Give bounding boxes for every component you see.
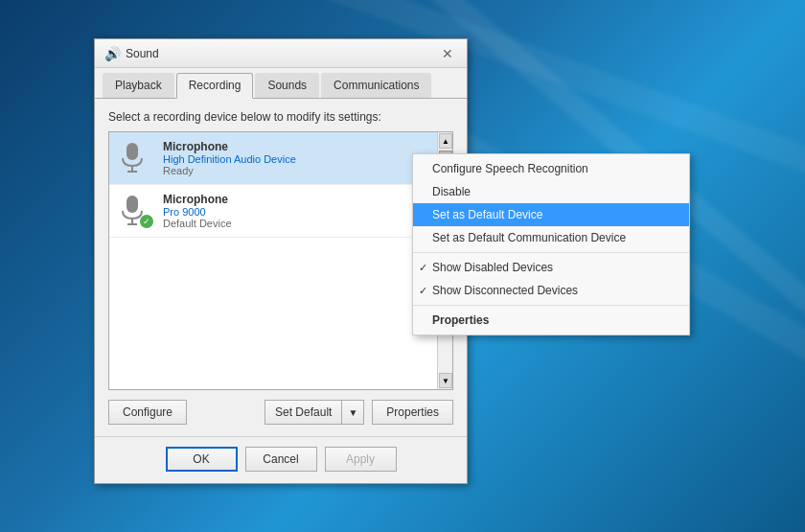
device-icon-0: [119, 141, 153, 175]
ctx-set-default[interactable]: Set as Default Device: [413, 203, 689, 226]
set-default-dropdown[interactable]: ▼: [341, 400, 364, 425]
device-info-0: Microphone High Definition Audio Device …: [163, 140, 427, 176]
tab-sounds[interactable]: Sounds: [255, 73, 319, 98]
set-default-button[interactable]: Set Default: [264, 400, 341, 425]
properties-button[interactable]: Properties: [372, 400, 453, 425]
device-status-0: Ready: [163, 165, 427, 176]
device-info-1: Microphone Pro 9000 Default Device: [163, 193, 427, 229]
ctx-show-disconnected[interactable]: ✓ Show Disconnected Devices: [413, 279, 689, 302]
device-name-1: Microphone: [163, 193, 427, 206]
tab-recording[interactable]: Recording: [176, 73, 254, 99]
tab-playback[interactable]: Playback: [103, 73, 174, 98]
device-item-0[interactable]: Microphone High Definition Audio Device …: [109, 132, 437, 185]
cancel-button[interactable]: Cancel: [245, 447, 317, 472]
ctx-set-default-label: Set as Default Device: [432, 208, 542, 221]
dialog-title: Sound: [126, 47, 438, 60]
device-sub-1: Pro 9000: [163, 206, 427, 218]
ctx-properties[interactable]: Properties: [413, 309, 689, 332]
dialog-content: Select a recording device below to modif…: [95, 99, 467, 436]
apply-button[interactable]: Apply: [325, 447, 397, 472]
close-button[interactable]: ✕: [438, 44, 457, 63]
context-menu: Configure Speech Recognition Disable Set…: [412, 153, 690, 335]
sound-icon: 🔊: [104, 46, 120, 61]
ctx-set-default-comm-label: Set as Default Communication Device: [432, 231, 626, 244]
ctx-show-disabled-label: Show Disabled Devices: [432, 261, 553, 274]
tab-bar: Playback Recording Sounds Communications: [95, 68, 467, 99]
ctx-show-disabled-check: ✓: [419, 262, 427, 274]
device-list[interactable]: Microphone High Definition Audio Device …: [108, 131, 453, 390]
set-default-group: Set Default ▼: [264, 400, 364, 425]
dialog-titlebar: 🔊 Sound ✕: [95, 39, 467, 68]
ctx-show-disconnected-label: Show Disconnected Devices: [432, 284, 578, 297]
device-status-1: Default Device: [163, 218, 427, 229]
action-button-row: Configure Set Default ▼ Properties: [108, 400, 453, 425]
default-device-badge: ✓: [140, 215, 153, 228]
ctx-disable-label: Disable: [432, 185, 471, 198]
device-icon-1: ✓: [119, 194, 153, 228]
configure-button[interactable]: Configure: [108, 400, 187, 425]
ctx-configure-speech[interactable]: Configure Speech Recognition: [413, 157, 689, 180]
ctx-separator-1: [413, 252, 689, 253]
ctx-properties-label: Properties: [432, 313, 489, 327]
instruction-text: Select a recording device below to modif…: [108, 110, 453, 124]
svg-rect-3: [126, 196, 138, 213]
tab-communications[interactable]: Communications: [321, 73, 431, 98]
ctx-show-disabled[interactable]: ✓ Show Disabled Devices: [413, 256, 689, 279]
ctx-disable[interactable]: Disable: [413, 180, 689, 203]
ctx-show-disconnected-check: ✓: [419, 285, 427, 297]
svg-rect-0: [126, 143, 138, 160]
device-item-1[interactable]: ✓ Microphone Pro 9000 Default Device: [109, 185, 437, 238]
ctx-set-default-comm[interactable]: Set as Default Communication Device: [413, 226, 689, 249]
dialog-footer: OK Cancel Apply: [95, 436, 467, 483]
ctx-configure-speech-label: Configure Speech Recognition: [432, 162, 588, 175]
device-name-0: Microphone: [163, 140, 427, 153]
ctx-separator-2: [413, 305, 689, 306]
device-sub-0: High Definition Audio Device: [163, 153, 427, 165]
ok-button[interactable]: OK: [166, 447, 238, 472]
